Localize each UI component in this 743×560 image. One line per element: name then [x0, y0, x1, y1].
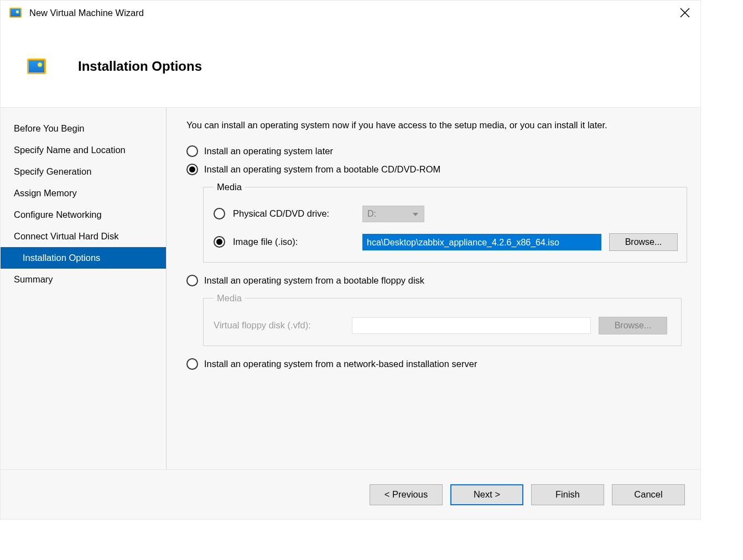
physical-drive-label: Physical CD/DVD drive: [233, 208, 355, 219]
option-network-install-label: Install an operating system from a netwo… [204, 359, 477, 369]
step-before-you-begin[interactable]: Before You Begin [1, 118, 166, 139]
titlebar: New Virtual Machine Wizard [1, 1, 700, 25]
option-boot-floppy[interactable]: Install an operating system from a boota… [186, 275, 685, 286]
intro-text: You can install an operating system now … [186, 119, 685, 132]
cancel-button[interactable]: Cancel [612, 484, 685, 505]
wizard-footer: < Previous Next > Finish Cancel [1, 469, 700, 519]
radio-icon [186, 275, 198, 286]
image-file-label: Image file (.iso): [233, 237, 355, 247]
iso-path-input[interactable]: hca\Desktop\zabbix_appliance_4.2.6_x86_6… [362, 234, 601, 250]
vfd-label: Virtual floppy disk (.vfd): [214, 320, 344, 331]
step-configure-networking[interactable]: Configure Networking [1, 204, 166, 226]
option-boot-cd-label: Install an operating system from a boota… [204, 164, 440, 175]
option-network-install[interactable]: Install an operating system from a netwo… [186, 358, 685, 370]
iso-path-value: hca\Desktop\zabbix_appliance_4.2.6_x86_6… [367, 238, 559, 247]
page-title: Installation Options [78, 59, 202, 74]
vm-icon [27, 59, 46, 74]
finish-button[interactable]: Finish [531, 484, 604, 505]
browse-iso-button[interactable]: Browse... [609, 233, 678, 251]
close-icon [680, 8, 690, 18]
option-boot-cd[interactable]: Install an operating system from a boota… [186, 164, 685, 175]
media-group-cd: Media Physical CD/DVD drive: D: Image fi… [203, 182, 687, 263]
media-legend: Media [214, 182, 245, 192]
browse-vfd-button: Browse... [599, 317, 667, 334]
app-icon [9, 8, 22, 18]
step-assign-memory[interactable]: Assign Memory [1, 182, 166, 204]
radio-icon [186, 358, 198, 370]
wizard-header: Installation Options [1, 25, 700, 108]
option-boot-floppy-label: Install an operating system from a boota… [204, 275, 424, 286]
close-button[interactable] [674, 3, 696, 23]
option-install-later[interactable]: Install an operating system later [186, 145, 685, 157]
vm-wizard-dialog: New Virtual Machine Wizard Installation … [0, 0, 701, 520]
drive-select[interactable]: D: [362, 206, 424, 222]
window-title: New Virtual Machine Wizard [29, 8, 674, 18]
radio-image-file[interactable] [214, 236, 225, 248]
step-summary[interactable]: Summary [1, 269, 166, 290]
step-specify-name[interactable]: Specify Name and Location [1, 139, 166, 161]
option-install-later-label: Install an operating system later [204, 146, 333, 156]
radio-icon [186, 145, 198, 157]
radio-physical-drive[interactable] [214, 208, 225, 219]
wizard-body: Before You Begin Specify Name and Locati… [1, 108, 700, 469]
step-connect-disk[interactable]: Connect Virtual Hard Disk [1, 226, 166, 247]
wizard-steps: Before You Begin Specify Name and Locati… [1, 108, 167, 469]
next-button[interactable]: Next > [450, 484, 523, 505]
previous-button[interactable]: < Previous [370, 484, 443, 505]
wizard-content: You can install an operating system now … [167, 108, 700, 469]
media-legend: Media [214, 293, 245, 303]
step-specify-generation[interactable]: Specify Generation [1, 161, 166, 182]
radio-icon [186, 164, 198, 175]
media-group-floppy: Media Virtual floppy disk (.vfd): Browse… [203, 293, 682, 346]
vfd-path-input [352, 317, 591, 334]
step-installation-options[interactable]: Installation Options [1, 247, 166, 269]
drive-value: D: [367, 209, 376, 219]
